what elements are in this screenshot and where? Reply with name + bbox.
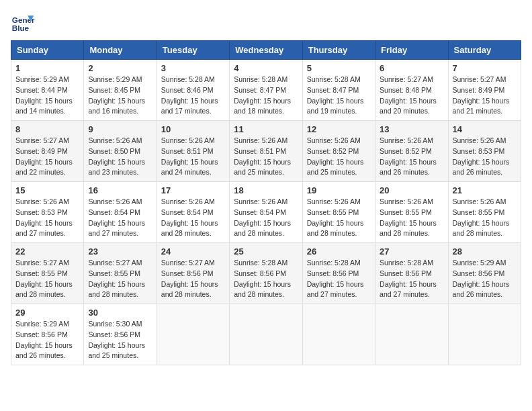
daylight-minutes: and 28 minutes. (380, 229, 430, 237)
day-info: Sunrise: 5:29 AM Sunset: 8:56 PM Dayligh… (453, 258, 517, 300)
daylight-label: Daylight: 15 hours (234, 158, 291, 166)
logo: General Blue (11, 11, 35, 35)
day-number: 16 (88, 185, 152, 195)
calendar-cell: 26 Sunrise: 5:28 AM Sunset: 8:56 PM Dayl… (302, 243, 375, 304)
sunrise-label: Sunrise: 5:28 AM (307, 259, 361, 267)
sunrise-label: Sunrise: 5:26 AM (234, 197, 287, 205)
daylight-label: Daylight: 15 hours (88, 219, 145, 227)
day-info: Sunrise: 5:27 AM Sunset: 8:49 PM Dayligh… (453, 75, 517, 117)
day-number: 18 (234, 185, 298, 195)
daylight-label: Daylight: 15 hours (15, 97, 73, 105)
calendar-cell: 10 Sunrise: 5:26 AM Sunset: 8:51 PM Dayl… (157, 121, 229, 182)
day-number: 15 (15, 185, 79, 195)
calendar-cell: 7 Sunrise: 5:27 AM Sunset: 8:49 PM Dayli… (448, 60, 521, 121)
day-number: 17 (161, 185, 225, 195)
calendar-cell: 18 Sunrise: 5:26 AM Sunset: 8:54 PM Dayl… (230, 182, 302, 243)
daylight-minutes: and 27 minutes. (380, 290, 430, 298)
day-info: Sunrise: 5:30 AM Sunset: 8:56 PM Dayligh… (88, 319, 152, 361)
sunrise-label: Sunrise: 5:26 AM (88, 197, 142, 205)
day-number: 13 (380, 124, 443, 134)
day-info: Sunrise: 5:26 AM Sunset: 8:51 PM Dayligh… (234, 136, 298, 178)
day-number: 23 (88, 246, 152, 257)
sunrise-label: Sunrise: 5:26 AM (380, 197, 433, 205)
day-info: Sunrise: 5:27 AM Sunset: 8:49 PM Dayligh… (15, 136, 79, 178)
col-header-tuesday: Tuesday (157, 41, 229, 60)
day-number: 30 (88, 308, 152, 318)
calendar-cell (448, 304, 521, 365)
daylight-label: Daylight: 15 hours (15, 158, 73, 166)
daylight-minutes: and 21 minutes. (453, 107, 503, 115)
sunset-label: Sunset: 8:49 PM (453, 86, 505, 94)
sunset-label: Sunset: 8:52 PM (380, 147, 432, 155)
calendar-cell: 8 Sunrise: 5:27 AM Sunset: 8:49 PM Dayli… (11, 121, 84, 182)
sunrise-label: Sunrise: 5:26 AM (307, 197, 361, 205)
daylight-label: Daylight: 15 hours (380, 219, 437, 227)
daylight-minutes: and 28 minutes. (161, 290, 212, 298)
day-info: Sunrise: 5:28 AM Sunset: 8:47 PM Dayligh… (307, 75, 371, 117)
sunset-label: Sunset: 8:56 PM (15, 330, 68, 338)
sunset-label: Sunset: 8:54 PM (88, 208, 140, 216)
day-number: 8 (15, 124, 79, 134)
daylight-label: Daylight: 15 hours (161, 158, 218, 166)
sunset-label: Sunset: 8:53 PM (453, 147, 505, 155)
day-number: 11 (234, 124, 298, 134)
sunrise-label: Sunrise: 5:26 AM (234, 136, 287, 144)
day-number: 12 (307, 124, 371, 134)
daylight-minutes: and 26 minutes. (380, 168, 430, 176)
day-info: Sunrise: 5:29 AM Sunset: 8:56 PM Dayligh… (15, 319, 79, 361)
day-number: 27 (380, 246, 443, 257)
daylight-minutes: and 28 minutes. (234, 290, 284, 298)
day-number: 2 (88, 63, 152, 73)
sunset-label: Sunset: 8:56 PM (453, 269, 505, 277)
day-number: 7 (453, 63, 517, 73)
daylight-label: Daylight: 15 hours (88, 341, 145, 349)
calendar-cell: 2 Sunrise: 5:29 AM Sunset: 8:45 PM Dayli… (84, 60, 157, 121)
day-number: 4 (234, 63, 298, 73)
daylight-minutes: and 28 minutes. (161, 229, 212, 237)
sunrise-label: Sunrise: 5:29 AM (15, 320, 69, 328)
day-info: Sunrise: 5:27 AM Sunset: 8:56 PM Dayligh… (161, 258, 225, 300)
daylight-label: Daylight: 15 hours (380, 97, 437, 105)
sunset-label: Sunset: 8:55 PM (88, 269, 140, 277)
daylight-minutes: and 18 minutes. (234, 107, 284, 115)
day-info: Sunrise: 5:29 AM Sunset: 8:44 PM Dayligh… (15, 75, 79, 117)
daylight-label: Daylight: 15 hours (453, 280, 510, 288)
daylight-minutes: and 19 minutes. (307, 107, 357, 115)
calendar-cell: 9 Sunrise: 5:26 AM Sunset: 8:50 PM Dayli… (84, 121, 157, 182)
sunrise-label: Sunrise: 5:29 AM (15, 75, 69, 83)
daylight-label: Daylight: 15 hours (161, 97, 218, 105)
sunrise-label: Sunrise: 5:29 AM (88, 75, 142, 83)
calendar-cell: 28 Sunrise: 5:29 AM Sunset: 8:56 PM Dayl… (448, 243, 521, 304)
calendar-cell: 3 Sunrise: 5:28 AM Sunset: 8:46 PM Dayli… (157, 60, 229, 121)
daylight-label: Daylight: 15 hours (453, 97, 510, 105)
daylight-label: Daylight: 15 hours (380, 158, 437, 166)
daylight-minutes: and 28 minutes. (307, 229, 357, 237)
daylight-label: Daylight: 15 hours (88, 97, 145, 105)
daylight-label: Daylight: 15 hours (307, 158, 364, 166)
sunrise-label: Sunrise: 5:28 AM (161, 75, 215, 83)
daylight-minutes: and 25 minutes. (234, 168, 284, 176)
sunset-label: Sunset: 8:56 PM (307, 269, 359, 277)
day-number: 10 (161, 124, 225, 134)
calendar-cell (302, 304, 375, 365)
day-number: 28 (453, 246, 517, 257)
sunset-label: Sunset: 8:47 PM (307, 86, 359, 94)
day-info: Sunrise: 5:26 AM Sunset: 8:55 PM Dayligh… (453, 197, 517, 239)
day-info: Sunrise: 5:26 AM Sunset: 8:52 PM Dayligh… (380, 136, 443, 178)
daylight-minutes: and 26 minutes. (453, 290, 503, 298)
sunrise-label: Sunrise: 5:26 AM (161, 136, 215, 144)
sunset-label: Sunset: 8:52 PM (307, 147, 359, 155)
day-info: Sunrise: 5:26 AM Sunset: 8:55 PM Dayligh… (380, 197, 443, 239)
day-number: 20 (380, 185, 443, 195)
logo-icon: General Blue (11, 11, 35, 35)
calendar-cell (375, 304, 448, 365)
daylight-minutes: and 26 minutes. (15, 351, 66, 359)
day-info: Sunrise: 5:29 AM Sunset: 8:45 PM Dayligh… (88, 75, 152, 117)
calendar-cell: 21 Sunrise: 5:26 AM Sunset: 8:55 PM Dayl… (448, 182, 521, 243)
calendar-cell: 22 Sunrise: 5:27 AM Sunset: 8:55 PM Dayl… (11, 243, 84, 304)
calendar-cell: 15 Sunrise: 5:26 AM Sunset: 8:53 PM Dayl… (11, 182, 84, 243)
day-number: 1 (15, 63, 79, 73)
sunrise-label: Sunrise: 5:26 AM (453, 136, 506, 144)
svg-text:Blue: Blue (12, 24, 30, 32)
daylight-label: Daylight: 15 hours (88, 280, 145, 288)
